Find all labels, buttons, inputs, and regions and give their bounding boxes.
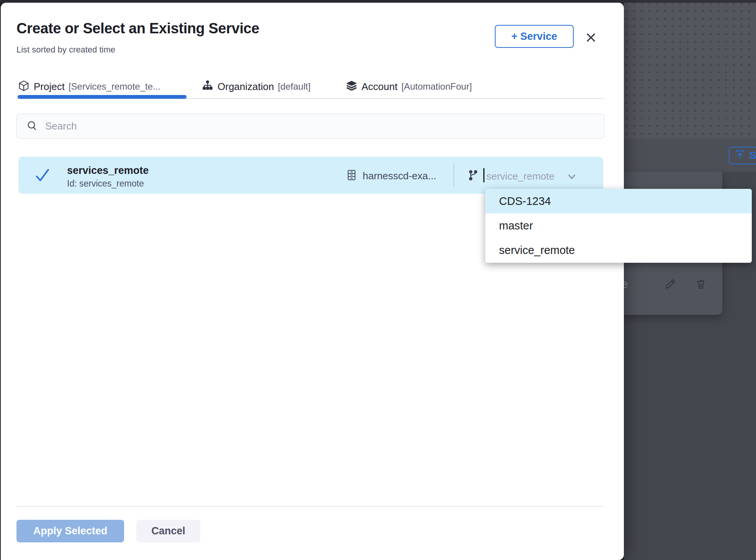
branch-option-cds-1234[interactable]: CDS-1234 [485, 189, 752, 213]
tab-organization-scope: [default] [278, 81, 310, 92]
cube-icon [18, 80, 30, 93]
pipeline-canvas-dotted [624, 0, 756, 139]
branch-option-master[interactable]: master [485, 213, 752, 238]
close-button[interactable] [582, 29, 600, 47]
edit-pencil-icon[interactable] [664, 277, 677, 292]
service-name: services_remote [67, 165, 149, 177]
text-cursor [483, 168, 484, 182]
row-divider [453, 163, 454, 187]
repository-name: harnesscd-exa... [363, 170, 436, 182]
tab-account[interactable]: Account [AutomationFour] [345, 78, 472, 95]
layers-icon [345, 80, 358, 93]
search-box [16, 114, 604, 139]
git-branch-icon [466, 169, 479, 183]
footer-divider [16, 506, 604, 507]
modal-subtitle: List sorted by created time [16, 45, 115, 55]
chevron-down-icon[interactable] [566, 171, 578, 184]
tab-organization-label: Organization [218, 81, 274, 93]
tab-account-label: Account [362, 81, 398, 93]
screen: S e Create or Select an Existing Service… [0, 0, 756, 560]
branch-option-service-remote[interactable]: service_remote [485, 238, 752, 263]
tab-account-scope: [AutomationFour] [401, 81, 472, 92]
branch-input-value[interactable]: service_remote [486, 170, 555, 182]
service-id: Id: services_remote [67, 178, 144, 189]
modal-title: Create or Select an Existing Service [16, 20, 259, 37]
apply-selected-button[interactable]: Apply Selected [16, 520, 124, 542]
tab-project[interactable]: Project [Services_remote_te... [18, 78, 160, 95]
new-service-button[interactable]: + Service [495, 25, 574, 48]
active-tab-underline [18, 95, 187, 99]
org-chart-icon [201, 80, 214, 93]
search-icon [26, 120, 38, 133]
close-icon [584, 31, 598, 46]
save-button[interactable]: S [729, 147, 756, 164]
page-top-edge [0, 0, 756, 3]
tab-project-label: Project [34, 81, 65, 93]
search-input[interactable] [44, 120, 581, 133]
tab-project-scope: [Services_remote_te... [69, 81, 160, 92]
repository-icon [345, 169, 358, 183]
save-button-label: S [749, 149, 756, 162]
branch-dropdown: CDS-1234 master service_remote [485, 189, 752, 263]
tab-organization[interactable]: Organization [default] [201, 78, 311, 95]
upload-icon [734, 149, 746, 163]
selected-check-icon [34, 168, 51, 184]
delete-trash-icon[interactable] [694, 277, 708, 293]
cancel-button[interactable]: Cancel [136, 520, 200, 542]
